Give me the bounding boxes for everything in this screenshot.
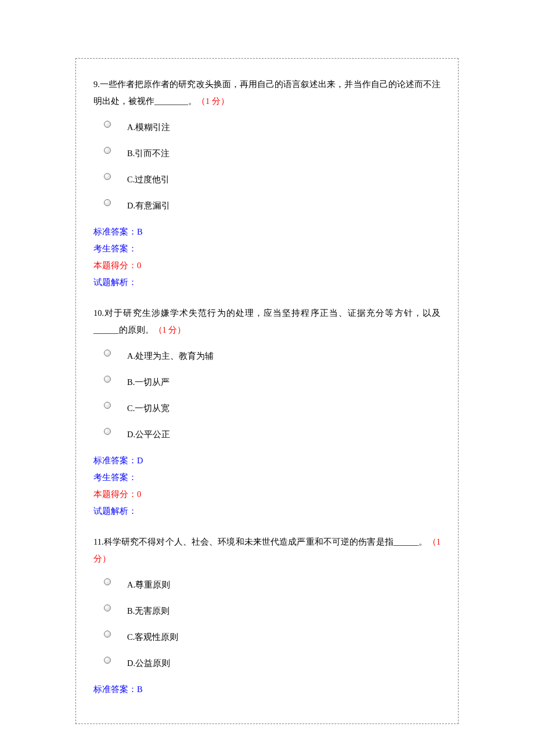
option-d-label: D.公益原则 <box>111 655 170 672</box>
radio-icon[interactable] <box>104 199 111 206</box>
radio-icon[interactable] <box>104 173 111 180</box>
question-stem: 科学研究不得对个人、社会、环境和未来世代造成严重和不可逆的伤害是指______。 <box>104 537 428 546</box>
exam-page: 9.一些作者把原作者的研究改头换面，再用自己的语言叙述出来，并当作自己的论述而不… <box>75 58 459 724</box>
option-d-label: D.有意漏引 <box>111 197 170 214</box>
question-10: 10.对于研究生涉嫌学术失范行为的处理，应当坚持程序正当、证据充分等方针，以及_… <box>93 305 441 520</box>
option-a-label: A.模糊引注 <box>111 119 170 136</box>
option-b[interactable]: B.一切从严 <box>93 374 441 391</box>
radio-icon[interactable] <box>104 376 111 383</box>
question-number: 11. <box>93 537 104 546</box>
option-c[interactable]: C.客观性原则 <box>93 629 441 646</box>
student-answer: 考生答案： <box>93 240 441 257</box>
radio-icon[interactable] <box>104 578 111 585</box>
option-b-label: B.无害原则 <box>111 603 169 620</box>
correct-answer: 标准答案：D <box>93 452 441 469</box>
radio-icon[interactable] <box>104 350 111 357</box>
question-text: 9.一些作者把原作者的研究改头换面，再用自己的语言叙述出来，并当作自己的论述而不… <box>93 76 441 110</box>
question-stem: 一些作者把原作者的研究改头换面，再用自己的语言叙述出来，并当作自己的论述而不注明… <box>93 80 441 106</box>
option-a-label: A.尊重原则 <box>111 577 170 593</box>
score-line: 本题得分：0 <box>93 486 441 503</box>
option-a-label: A.处理为主、教育为辅 <box>111 348 214 365</box>
question-stem: 对于研究生涉嫌学术失范行为的处理，应当坚持程序正当、证据充分等方针，以及____… <box>93 308 441 334</box>
radio-icon[interactable] <box>104 121 111 128</box>
student-answer: 考生答案： <box>93 469 441 486</box>
question-number: 9. <box>93 80 100 89</box>
question-9: 9.一些作者把原作者的研究改头换面，再用自己的语言叙述出来，并当作自己的论述而不… <box>93 76 441 291</box>
radio-icon[interactable] <box>104 657 111 664</box>
question-number: 10. <box>93 308 104 318</box>
option-c-label: C.一切从宽 <box>111 400 169 417</box>
question-text: 10.对于研究生涉嫌学术失范行为的处理，应当坚持程序正当、证据充分等方针，以及_… <box>93 305 441 339</box>
radio-icon[interactable] <box>104 402 111 409</box>
question-points: （1 分） <box>154 325 186 334</box>
radio-icon[interactable] <box>104 604 111 611</box>
option-c-label: C.过度他引 <box>111 171 169 188</box>
option-c[interactable]: C.一切从宽 <box>93 400 441 417</box>
option-a[interactable]: A.处理为主、教育为辅 <box>93 348 441 365</box>
option-a[interactable]: A.尊重原则 <box>93 577 441 593</box>
option-b-label: B.一切从严 <box>111 374 169 391</box>
question-11: 11.科学研究不得对个人、社会、环境和未来世代造成严重和不可逆的伤害是指____… <box>93 534 441 698</box>
analysis-line: 试题解析： <box>93 503 441 520</box>
option-a[interactable]: A.模糊引注 <box>93 119 441 136</box>
analysis-line: 试题解析： <box>93 274 441 291</box>
correct-answer: 标准答案：B <box>93 224 441 240</box>
option-d-label: D.公平公正 <box>111 426 170 443</box>
question-points: （1 分） <box>197 96 229 106</box>
option-c[interactable]: C.过度他引 <box>93 171 441 188</box>
question-text: 11.科学研究不得对个人、社会、环境和未来世代造成严重和不可逆的伤害是指____… <box>93 534 441 567</box>
radio-icon[interactable] <box>104 631 111 638</box>
option-d[interactable]: D.公平公正 <box>93 426 441 443</box>
option-c-label: C.客观性原则 <box>111 629 178 646</box>
option-d[interactable]: D.公益原则 <box>93 655 441 672</box>
option-b-label: B.引而不注 <box>111 145 169 162</box>
radio-icon[interactable] <box>104 428 111 435</box>
radio-icon[interactable] <box>104 147 111 154</box>
correct-answer: 标准答案：B <box>93 681 441 698</box>
option-b[interactable]: B.无害原则 <box>93 603 441 620</box>
score-line: 本题得分：0 <box>93 257 441 274</box>
option-d[interactable]: D.有意漏引 <box>93 197 441 214</box>
option-b[interactable]: B.引而不注 <box>93 145 441 162</box>
